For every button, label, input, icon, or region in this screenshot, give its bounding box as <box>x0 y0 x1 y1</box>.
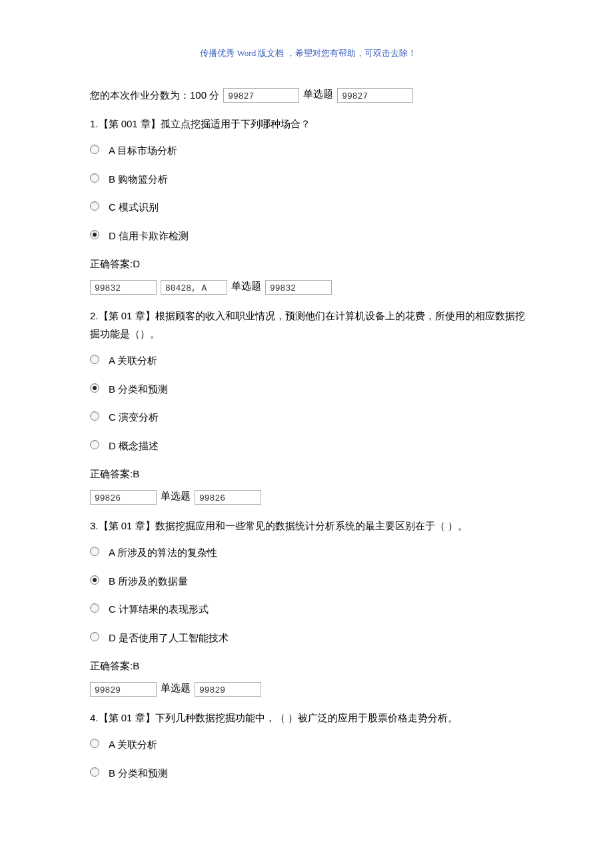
option-row[interactable]: D 是否使用了人工智能技术 <box>90 631 526 646</box>
option-row[interactable]: B 分类和预测 <box>90 766 526 781</box>
correct-answer: 正确答案:B <box>90 467 526 482</box>
code-box: 99829 <box>195 682 261 697</box>
section-type-label: 单选题 <box>303 87 333 103</box>
section-type-label: 单选题 <box>231 279 261 295</box>
option-label: A 所涉及的算法的复杂性 <box>109 545 217 561</box>
code-box: 80428, A <box>161 280 227 295</box>
radio-icon[interactable] <box>90 739 99 748</box>
code-box: 99826 <box>90 490 157 505</box>
radio-icon[interactable] <box>90 547 99 556</box>
option-row[interactable]: B 分类和预测 <box>90 382 526 397</box>
code-box: 99827 <box>223 88 299 103</box>
code-box: 99829 <box>90 682 157 697</box>
radio-icon[interactable] <box>90 230 99 239</box>
option-label: C 模式识别 <box>109 200 159 215</box>
radio-icon[interactable] <box>90 411 99 421</box>
option-row[interactable]: D 概念描述 <box>90 439 526 454</box>
option-label: B 所涉及的数据量 <box>109 574 188 589</box>
radio-icon[interactable] <box>90 767 99 777</box>
radio-icon[interactable] <box>90 173 99 183</box>
correct-answer: 正确答案:B <box>90 659 526 674</box>
score-line: 您的本次作业分数为：100 分 99827 单选题 99827 <box>90 87 526 103</box>
option-label: D 概念描述 <box>109 439 159 454</box>
option-label: A 目标市场分析 <box>109 143 177 159</box>
question-text: 1.【第 001 章】孤立点挖掘适用于下列哪种场合？ <box>90 115 526 133</box>
radio-icon[interactable] <box>90 355 99 364</box>
option-label: A 关联分析 <box>109 737 157 753</box>
option-row[interactable]: C 模式识别 <box>90 200 526 215</box>
radio-icon[interactable] <box>90 603 99 613</box>
header-note: 传播优秀 Word 版文档 ，希望对您有帮助，可双击去除！ <box>90 47 526 60</box>
option-label: C 演变分析 <box>109 410 159 425</box>
radio-icon[interactable] <box>90 632 99 641</box>
option-row[interactable]: A 关联分析 <box>90 737 526 753</box>
option-label: B 分类和预测 <box>109 766 168 781</box>
option-row[interactable]: D 信用卡欺诈检测 <box>90 229 526 244</box>
option-row[interactable]: A 关联分析 <box>90 353 526 369</box>
code-box: 99827 <box>337 88 413 103</box>
option-row[interactable]: A 所涉及的算法的复杂性 <box>90 545 526 561</box>
option-row[interactable]: B 所涉及的数据量 <box>90 574 526 589</box>
option-label: C 计算结果的表现形式 <box>109 602 209 617</box>
radio-icon[interactable] <box>90 201 99 211</box>
section-type-label: 单选题 <box>161 681 191 697</box>
option-row[interactable]: B 购物篮分析 <box>90 172 526 187</box>
option-row[interactable]: A 目标市场分析 <box>90 143 526 159</box>
separator-row: 99832 80428, A 单选题 99832 <box>90 279 526 295</box>
option-row[interactable]: C 计算结果的表现形式 <box>90 602 526 617</box>
option-row[interactable]: C 演变分析 <box>90 410 526 425</box>
option-label: B 分类和预测 <box>109 382 168 397</box>
question-text: 3.【第 01 章】数据挖掘应用和一些常见的数据统计分析系统的最主要区别在于（ … <box>90 517 526 535</box>
question-text: 2.【第 01 章】根据顾客的收入和职业情况，预测他们在计算机设备上的花费，所使… <box>90 307 526 343</box>
separator-row: 99829 单选题 99829 <box>90 681 526 697</box>
radio-icon[interactable] <box>90 575 99 585</box>
radio-icon[interactable] <box>90 440 99 449</box>
option-label: D 是否使用了人工智能技术 <box>109 631 229 646</box>
section-type-label: 单选题 <box>161 489 191 505</box>
radio-icon[interactable] <box>90 145 99 154</box>
score-text: 您的本次作业分数为：100 分 <box>90 88 219 103</box>
code-box: 99832 <box>90 280 157 295</box>
separator-row: 99826 单选题 99826 <box>90 489 526 505</box>
correct-answer: 正确答案:D <box>90 257 526 272</box>
option-label: B 购物篮分析 <box>109 172 168 187</box>
radio-icon[interactable] <box>90 383 99 393</box>
question-text: 4.【第 01 章】下列几种数据挖掘功能中，（ ）被广泛的应用于股票价格走势分析… <box>90 709 526 727</box>
code-box: 99826 <box>195 490 261 505</box>
option-label: A 关联分析 <box>109 353 157 369</box>
code-box: 99832 <box>265 280 332 295</box>
option-label: D 信用卡欺诈检测 <box>109 229 189 244</box>
